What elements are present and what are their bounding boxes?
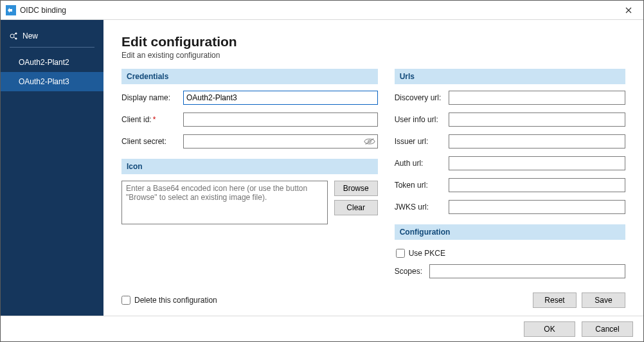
field-token-url: Token url:: [395, 178, 625, 192]
reveal-password-icon[interactable]: [364, 137, 375, 146]
client-secret-label: Client secret:: [121, 137, 181, 146]
field-client-secret: Client secret:: [121, 134, 378, 148]
form-columns: Credentials Display name: Client id:* Cl…: [121, 69, 625, 282]
client-secret-input[interactable]: [183, 134, 378, 148]
discovery-url-input[interactable]: [449, 91, 625, 105]
page-subtitle: Edit an existing configuration: [121, 51, 625, 60]
issuer-url-input[interactable]: [449, 134, 625, 148]
icon-textarea[interactable]: [121, 181, 328, 224]
display-name-input[interactable]: [183, 91, 378, 105]
auth-url-label: Auth url:: [395, 159, 446, 168]
column-right: Urls Discovery url: User info url: Issue…: [395, 69, 625, 282]
bottom-row: Delete this configuration Reset Save: [121, 292, 625, 308]
scopes-label: Scopes:: [395, 267, 427, 276]
use-pkce-checkbox[interactable]: [396, 249, 405, 258]
group-header-credentials: Credentials: [121, 69, 378, 84]
sidebar-new-label: New: [22, 32, 38, 40]
sidebar-divider: [10, 47, 94, 48]
icon-row: Browse Clear: [121, 181, 378, 224]
delete-config-checkbox[interactable]: [121, 296, 130, 305]
cancel-button[interactable]: Cancel: [582, 321, 633, 337]
use-pkce-label: Use PKCE: [409, 249, 445, 258]
reset-button[interactable]: Reset: [533, 292, 577, 308]
jwks-url-label: JWKS url:: [395, 203, 446, 212]
save-button[interactable]: Save: [582, 292, 625, 308]
issuer-url-label: Issuer url:: [395, 137, 446, 146]
scopes-input[interactable]: [429, 264, 625, 278]
field-use-pkce: Use PKCE: [395, 246, 625, 260]
sidebar-new[interactable]: New: [1, 29, 103, 47]
sidebar-item-oauth2-plant2[interactable]: OAuth2-Plant2: [1, 53, 103, 72]
auth-url-input[interactable]: [449, 156, 625, 170]
dialog-footer: OK Cancel: [1, 316, 643, 341]
jwks-url-input[interactable]: [449, 200, 625, 214]
field-display-name: Display name:: [121, 91, 378, 105]
field-auth-url: Auth url:: [395, 156, 625, 170]
token-url-label: Token url:: [395, 181, 446, 190]
sidebar-item-oauth2-plant3[interactable]: OAuth2-Plant3: [1, 72, 103, 91]
display-name-label: Display name:: [121, 93, 181, 102]
delete-config-field: Delete this configuration: [121, 296, 217, 305]
content-area: Edit configuration Edit an existing conf…: [103, 20, 643, 316]
field-jwks-url: JWKS url:: [395, 200, 625, 214]
clear-button[interactable]: Clear: [334, 200, 378, 215]
close-button[interactable]: [614, 1, 643, 20]
oidc-binding-dialog: OIDC binding New OAuth2-Plant2: [0, 0, 644, 342]
group-header-urls: Urls: [395, 69, 625, 84]
app-icon: [6, 5, 16, 15]
sidebar-item-label: OAuth2-Plant3: [19, 77, 69, 86]
group-header-configuration: Configuration: [395, 224, 625, 240]
field-issuer-url: Issuer url:: [395, 134, 625, 148]
client-id-input[interactable]: [183, 113, 378, 127]
sidebar-item-label: OAuth2-Plant2: [19, 58, 69, 67]
field-discovery-url: Discovery url:: [395, 91, 625, 105]
sidebar: New OAuth2-Plant2 OAuth2-Plant3: [1, 20, 103, 316]
new-icon: [10, 32, 19, 40]
field-userinfo-url: User info url:: [395, 113, 625, 127]
field-scopes: Scopes:: [395, 264, 625, 278]
group-header-icon: Icon: [121, 159, 378, 174]
userinfo-url-input[interactable]: [449, 113, 625, 127]
delete-config-label: Delete this configuration: [134, 296, 217, 305]
userinfo-url-label: User info url:: [395, 115, 446, 124]
client-id-label: Client id:*: [121, 115, 181, 124]
discovery-url-label: Discovery url:: [395, 93, 446, 102]
close-icon: [625, 7, 632, 14]
required-marker: *: [153, 115, 156, 124]
token-url-input[interactable]: [449, 178, 625, 192]
field-client-id: Client id:*: [121, 113, 378, 127]
page-heading: Edit configuration: [121, 34, 625, 50]
browse-button[interactable]: Browse: [334, 181, 378, 196]
window-title: OIDC binding: [20, 6, 614, 15]
ok-button[interactable]: OK: [524, 321, 575, 337]
column-left: Credentials Display name: Client id:* Cl…: [121, 69, 378, 282]
svg-point-1: [10, 34, 14, 38]
dialog-body: New OAuth2-Plant2 OAuth2-Plant3 Edit con…: [1, 20, 643, 316]
titlebar: OIDC binding: [1, 1, 643, 20]
